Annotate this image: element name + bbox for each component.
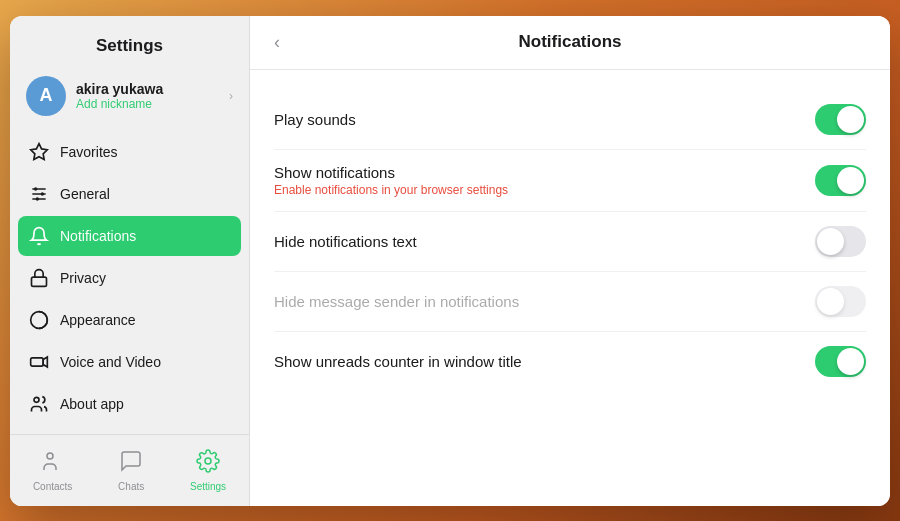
setting-label: Play sounds [274,111,356,128]
toggle-hide-sender [815,286,866,317]
sidebar: Settings A akira yukawa Add nickname › F… [10,16,250,506]
settings-icon [196,449,220,478]
footer-chats-label: Chats [118,481,144,492]
toggle-hide-notifications-text[interactable] [815,226,866,257]
app-container: Settings A akira yukawa Add nickname › F… [10,16,890,506]
setting-label-group: Play sounds [274,111,356,128]
sidebar-item-voice-video[interactable]: Voice and Video [18,342,241,382]
svg-point-12 [47,453,53,459]
star-icon [28,141,50,163]
sidebar-item-favorites-label: Favorites [60,144,118,160]
footer-contacts-label: Contacts [33,481,72,492]
sidebar-item-privacy-label: Privacy [60,270,106,286]
setting-row-show-unreads: Show unreads counter in window title [274,332,866,391]
camera-icon [28,351,50,373]
sliders-icon [28,183,50,205]
user-profile[interactable]: A akira yukawa Add nickname › [10,68,249,128]
svg-rect-7 [32,277,47,286]
svg-point-6 [36,197,39,200]
svg-point-5 [41,192,44,195]
sidebar-item-general-label: General [60,186,110,202]
toggle-knob [817,228,844,255]
setting-label-group-hide-sender: Hide message sender in notifications [274,293,519,310]
toggle-knob [817,288,844,315]
user-nickname[interactable]: Add nickname [76,97,229,111]
sidebar-item-about-label: About app [60,396,124,412]
toggle-play-sounds[interactable] [815,104,866,135]
avatar: A [26,76,66,116]
footer-settings[interactable]: Settings [174,445,242,496]
sidebar-item-voice-video-label: Voice and Video [60,354,161,370]
setting-row-hide-sender: Hide message sender in notifications [274,272,866,332]
main-header: ‹ Notifications [250,16,890,70]
setting-label-group-hide-text: Hide notifications text [274,233,417,250]
chats-icon [119,449,143,478]
sidebar-item-favorites[interactable]: Favorites [18,132,241,172]
footer-settings-label: Settings [190,481,226,492]
setting-label-show-unreads: Show unreads counter in window title [274,353,522,370]
setting-row-show-notifications: Show notifications Enable notifications … [274,150,866,212]
svg-point-4 [34,187,37,190]
appearance-icon [28,309,50,331]
footer-chats[interactable]: Chats [102,445,160,496]
sidebar-footer: Contacts Chats Settings [10,434,249,506]
people-icon [28,393,50,415]
sidebar-title: Settings [10,16,249,68]
setting-row-play-sounds: Play sounds [274,90,866,150]
chevron-right-icon: › [229,89,233,103]
user-info: akira yukawa Add nickname [76,81,229,111]
svg-rect-9 [31,357,44,365]
toggle-knob [837,106,864,133]
sidebar-item-appearance[interactable]: Appearance [18,300,241,340]
svg-marker-10 [43,357,47,367]
toggle-knob [837,348,864,375]
bell-icon [28,225,50,247]
svg-point-11 [34,397,39,402]
setting-label-hide-sender: Hide message sender in notifications [274,293,519,310]
toggle-show-notifications[interactable] [815,165,866,196]
footer-contacts[interactable]: Contacts [17,445,88,496]
setting-label-group-notifications: Show notifications Enable notifications … [274,164,508,197]
sidebar-nav: Favorites General [10,128,249,434]
user-name: akira yukawa [76,81,229,97]
svg-point-13 [205,458,211,464]
back-button[interactable]: ‹ [274,32,280,53]
sidebar-item-about[interactable]: About app [18,384,241,424]
lock-icon [28,267,50,289]
setting-label-show-notifications: Show notifications [274,164,508,181]
toggle-knob [837,167,864,194]
contacts-icon [41,449,65,478]
settings-list: Play sounds Show notifications Enable no… [250,70,890,411]
setting-sublabel-show-notifications: Enable notifications in your browser set… [274,183,508,197]
toggle-show-unreads[interactable] [815,346,866,377]
setting-label-group-unreads: Show unreads counter in window title [274,353,522,370]
sidebar-item-appearance-label: Appearance [60,312,136,328]
main-title: Notifications [519,32,622,52]
sidebar-item-notifications[interactable]: Notifications [18,216,241,256]
main-content: ‹ Notifications Play sounds Show notific… [250,16,890,506]
svg-marker-0 [31,143,48,159]
sidebar-item-privacy[interactable]: Privacy [18,258,241,298]
sidebar-item-notifications-label: Notifications [60,228,136,244]
setting-row-hide-notifications-text: Hide notifications text [274,212,866,272]
setting-label-hide-text: Hide notifications text [274,233,417,250]
sidebar-item-general[interactable]: General [18,174,241,214]
